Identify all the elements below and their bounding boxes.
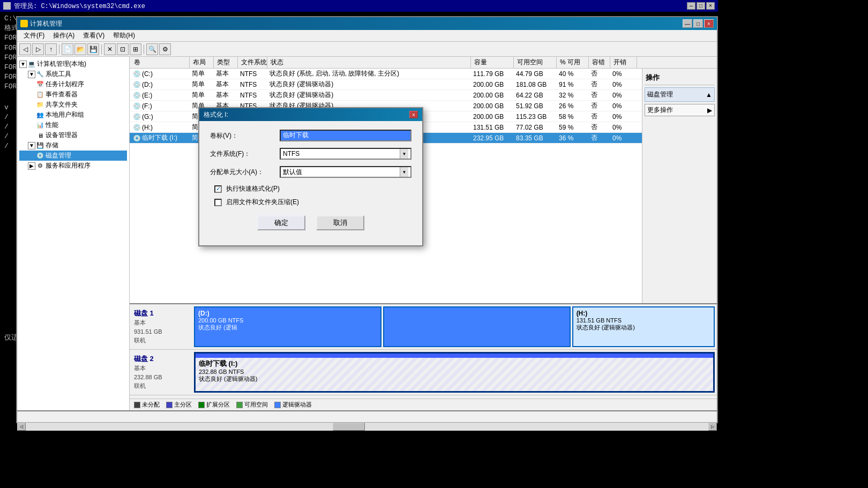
disk1-label: 磁盘 1 基本 931.51 GB 联机 <box>132 306 191 347</box>
mmc-maximize-btn[interactable]: □ <box>693 19 703 28</box>
cell-type-e: 基本 <box>213 91 237 100</box>
mmc-controls[interactable]: — □ × <box>683 19 714 28</box>
tree-node-services[interactable]: ▶ ⚙ 服务和应用程序 <box>19 161 127 171</box>
disk2-partitions: 临时下载 (I:) 232.88 GB NTFS 状态良好 (逻辑驱动器) <box>194 352 715 393</box>
partition-i[interactable]: 临时下载 (I:) 232.88 GB NTFS 状态良好 (逻辑驱动器) <box>194 352 715 393</box>
cmd-minimize-btn[interactable]: — <box>687 2 695 10</box>
dialog-alloc-select[interactable]: 默认值 ▼ <box>280 166 411 178</box>
table-row[interactable]: 💿(D:) 简单 基本 NTFS 状态良好 (逻辑驱动器) 200.00 GB … <box>130 79 642 90</box>
cell-fault-e: 否 <box>588 91 609 100</box>
cell-free-g: 115.23 GB <box>513 113 556 121</box>
scroll-track[interactable] <box>26 423 708 431</box>
col-pct[interactable]: % 可用 <box>557 57 589 68</box>
tree-expand-storage[interactable]: ▼ <box>28 142 35 149</box>
col-capacity[interactable]: 容量 <box>471 57 514 68</box>
dialog-close-btn[interactable]: × <box>409 111 418 118</box>
scroll-thumb[interactable] <box>333 423 365 431</box>
mmc-minimize-btn[interactable]: — <box>683 19 692 28</box>
legend-extended: 扩展分区 <box>198 401 230 409</box>
dialog-ok-btn[interactable]: 确定 <box>257 215 305 230</box>
col-vol[interactable]: 卷 <box>131 57 190 68</box>
bottom-scrollbar[interactable]: ◁ ▷ <box>17 422 717 431</box>
dialog-quickformat-checkbox[interactable] <box>214 185 222 193</box>
tb-paste[interactable]: ⊞ <box>130 43 141 55</box>
alloc-dropdown-arrow[interactable]: ▼ <box>400 167 408 177</box>
dialog-compress-checkbox[interactable] <box>214 199 222 206</box>
cell-pct-h: 59 % <box>556 124 588 131</box>
menu-action[interactable]: 操作(A) <box>49 30 79 41</box>
tree-expand-tools[interactable]: ▼ <box>28 71 35 78</box>
menu-view[interactable]: 查看(V) <box>79 30 109 41</box>
tb-back[interactable]: ◁ <box>19 43 31 55</box>
partition-i-status: 状态良好 (逻辑驱动器) <box>199 375 710 383</box>
cell-vol-h: 💿(H:) <box>130 124 189 131</box>
dialog-volume-label: 卷标(V)： <box>210 131 280 140</box>
col-overhead[interactable]: 开销 <box>610 57 637 68</box>
tree-label-scheduler: 任务计划程序 <box>46 80 84 89</box>
tree-node-tools[interactable]: ▼ 🔧 系统工具 <box>19 69 127 79</box>
col-free[interactable]: 可用空间 <box>514 57 557 68</box>
tree-label-root: 计算机管理(本地) <box>37 59 86 69</box>
dialog-cancel-btn[interactable]: 取消 <box>316 215 364 230</box>
computer-icon: 💻 <box>28 61 35 68</box>
dialog-body: 卷标(V)： 临时下载 文件系统(F)： NTFS ▼ 分配单元大小(A)： 默… <box>199 121 422 245</box>
tb-settings[interactable]: ⚙ <box>159 43 171 55</box>
tree-node-perf[interactable]: 📊 性能 <box>19 120 127 130</box>
cmd-maximize-btn[interactable]: □ <box>697 2 705 10</box>
dialog-volume-input[interactable]: 临时下载 <box>280 130 411 141</box>
sidebar-more-actions[interactable]: 更多操作 ▶ <box>645 104 715 116</box>
tree-node-eventviewer[interactable]: 📋 事件查看器 <box>19 89 127 100</box>
cell-cap-e: 200.00 GB <box>470 92 513 99</box>
cmd-icon <box>3 2 11 10</box>
format-dialog: 格式化 I: × 卷标(V)： 临时下载 文件系统(F)： NTFS ▼ 分配单… <box>198 107 423 246</box>
tb-new[interactable]: 📄 <box>62 43 73 55</box>
col-layout[interactable]: 布局 <box>190 57 214 68</box>
table-row[interactable]: 💿(E:) 简单 基本 NTFS 状态良好 (逻辑驱动器) 200.00 GB … <box>130 90 642 101</box>
tree-panel: ▼ 💻 计算机管理(本地) ▼ 🔧 系统工具 📅 任务计划程序 📋 事件查看器 <box>17 57 130 410</box>
tb-delete[interactable]: ✕ <box>104 43 116 55</box>
cell-pct-g: 58 % <box>556 113 588 121</box>
cmd-close-btn[interactable]: × <box>706 2 715 10</box>
tree-node-users[interactable]: 👥 本地用户和组 <box>19 110 127 120</box>
tree-node-storage[interactable]: ▼ 💾 存储 <box>19 140 127 151</box>
disk2-name: 磁盘 2 <box>134 354 189 364</box>
partition-h[interactable]: (H:) 131.51 GB NTFS 状态良好 (逻辑驱动器) <box>572 306 715 347</box>
menu-file[interactable]: 文件(F) <box>19 30 49 41</box>
dialog-fs-select[interactable]: NTFS ▼ <box>280 148 411 160</box>
tb-search[interactable]: 🔍 <box>146 43 158 55</box>
tree-node-scheduler[interactable]: 📅 任务计划程序 <box>19 79 127 89</box>
partition-i-size: 232.88 GB NTFS <box>199 369 710 375</box>
mmc-close-btn[interactable]: × <box>704 19 714 28</box>
tb-copy[interactable]: ⊡ <box>117 43 129 55</box>
storage-icon: 💾 <box>36 142 44 149</box>
legend-logical: 逻辑驱动器 <box>274 401 312 409</box>
tree-node-devmgr[interactable]: 🖥 设备管理器 <box>19 130 127 140</box>
legend-bar: 未分配 主分区 扩展分区 可用空间 <box>130 399 717 410</box>
menu-help[interactable]: 帮助(H) <box>109 30 139 41</box>
scroll-right-btn[interactable]: ▷ <box>708 423 717 431</box>
col-fault[interactable]: 容错 <box>589 57 610 68</box>
cell-oh-h: 0% <box>609 124 636 131</box>
tb-up[interactable]: ↑ <box>45 43 57 55</box>
col-status[interactable]: 状态 <box>267 57 471 68</box>
tb-save[interactable]: 💾 <box>87 43 99 55</box>
tree-expand-root[interactable]: ▼ <box>19 61 27 68</box>
tree-node-diskmgmt[interactable]: 💿 磁盘管理 <box>19 151 127 161</box>
scroll-left-btn[interactable]: ◁ <box>17 423 26 431</box>
tree-expand-services[interactable]: ▶ <box>28 162 35 170</box>
col-headers: 卷 布局 类型 文件系统 状态 容量 可用空间 % 可用 容错 开销 <box>130 57 717 69</box>
col-fs[interactable]: 文件系统 <box>238 57 267 68</box>
partition-e[interactable] <box>383 306 571 347</box>
table-row[interactable]: 💿(C:) 简单 基本 NTFS 状态良好 (系统, 启动, 活动, 故障转储,… <box>130 69 642 79</box>
tb-forward[interactable]: ▷ <box>32 43 44 55</box>
tb-open[interactable]: 📂 <box>74 43 86 55</box>
col-type[interactable]: 类型 <box>214 57 238 68</box>
fs-dropdown-arrow[interactable]: ▼ <box>400 149 408 159</box>
sidebar-disk-mgmt[interactable]: 磁盘管理 ▲ <box>645 87 715 102</box>
cell-fs-e: NTFS <box>237 92 266 99</box>
tree-node-shared[interactable]: 📁 共享文件夹 <box>19 100 127 110</box>
disk1-type: 基本 <box>134 318 189 327</box>
partition-d[interactable]: (D:) 200.00 GB NTFS 状态良好 (逻辑 <box>194 306 381 347</box>
tree-node-root[interactable]: ▼ 💻 计算机管理(本地) <box>19 59 127 69</box>
disk-view: 磁盘 1 基本 931.51 GB 联机 (D:) 200.00 GB NTFS… <box>130 303 717 410</box>
